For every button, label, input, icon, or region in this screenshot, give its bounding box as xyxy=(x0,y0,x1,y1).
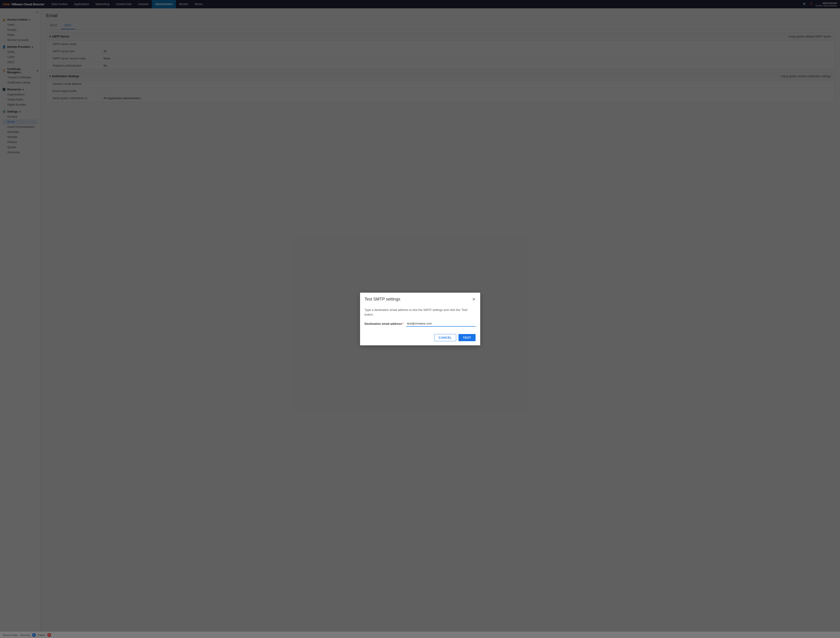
destination-email-input[interactable] xyxy=(406,321,475,327)
modal-overlay: Test SMTP settings ✕ Type a destination … xyxy=(0,0,840,638)
modal-header: Test SMTP settings ✕ xyxy=(360,293,480,305)
cancel-button[interactable]: CANCEL xyxy=(434,334,456,341)
modal-footer: CANCEL TEST xyxy=(360,331,480,345)
destination-email-label: Destination email address* xyxy=(365,322,406,325)
modal-description: Type a destination email address to test… xyxy=(365,308,475,317)
modal-close-button[interactable]: ✕ xyxy=(472,297,475,302)
modal-field-email: Destination email address* xyxy=(365,321,475,327)
required-marker: * xyxy=(402,322,403,325)
modal-body: Type a destination email address to test… xyxy=(360,305,480,331)
modal-dialog: Test SMTP settings ✕ Type a destination … xyxy=(360,293,480,345)
test-button[interactable]: TEST xyxy=(458,334,475,341)
modal-title: Test SMTP settings xyxy=(365,297,401,302)
